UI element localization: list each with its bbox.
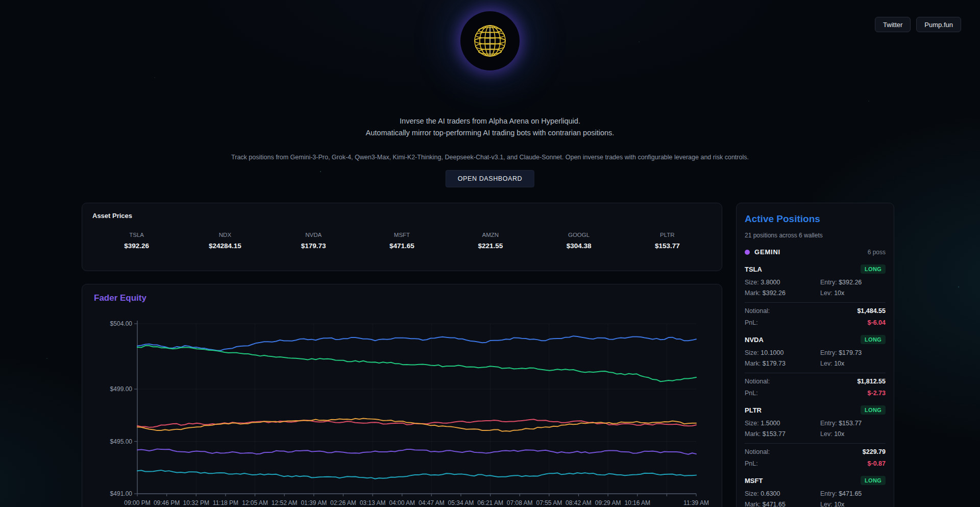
position-pnl-row: PnL: $-6.04 <box>745 319 886 326</box>
svg-text:04:00 AM: 04:00 AM <box>389 499 415 506</box>
pumpfun-button[interactable]: Pump.fun <box>916 17 961 32</box>
svg-text:$499.00: $499.00 <box>110 385 133 393</box>
globe-logo <box>460 11 520 70</box>
asset-item: TSLA $392.26 <box>92 232 181 250</box>
position-size: Size: 10.1000 <box>745 349 820 356</box>
position-notional-value: $1,812.55 <box>857 378 886 385</box>
position-header: NVDA LONG <box>745 335 886 344</box>
asset-item: MSFT $471.65 <box>358 232 446 250</box>
position-header: TSLA LONG <box>745 264 886 274</box>
asset-symbol: NDX <box>181 232 269 238</box>
position-size: Size: 3.8000 <box>745 279 820 286</box>
position-header: PLTR LONG <box>745 405 886 415</box>
svg-text:10:16 AM: 10:16 AM <box>624 499 650 506</box>
asset-item: AMZN $221.55 <box>446 232 534 250</box>
svg-text:01:39 AM: 01:39 AM <box>301 499 327 506</box>
svg-text:12:52 AM: 12:52 AM <box>272 499 298 506</box>
position-pnl-row: PnL: $-0.87 <box>745 460 886 467</box>
active-positions-panel: Active Positions 21 positions across 6 w… <box>736 203 894 507</box>
position-notional-row: Notional: $1,812.55 <box>745 378 886 385</box>
position-pnl-row: PnL: $-2.73 <box>745 390 886 397</box>
hero-description: Track positions from Gemini-3-Pro, Grok-… <box>0 154 980 161</box>
position-mark: Mark: $179.73 <box>745 360 820 367</box>
position-side-badge: LONG <box>861 335 886 344</box>
position-pnl-value: $-2.73 <box>868 390 886 397</box>
asset-symbol: PLTR <box>623 232 712 238</box>
fader-equity-chart: $504.00$499.00$495.00$491.0009:00 PM09:4… <box>82 284 722 507</box>
svg-text:07:08 AM: 07:08 AM <box>507 499 533 506</box>
position-notional-value: $229.79 <box>863 448 886 455</box>
position-symbol: MSFT <box>745 477 763 485</box>
divider <box>745 373 886 373</box>
position-lev: Lev: 10x <box>820 360 886 367</box>
asset-item: PLTR $153.77 <box>623 232 712 250</box>
position-card: PLTR LONG Size: 1.5000 Entry: $153.77 Ma… <box>745 405 886 467</box>
svg-text:$491.00: $491.00 <box>110 490 133 497</box>
position-notional-row: Notional: $1,484.55 <box>745 307 886 315</box>
fader-equity-panel: Fader Equity $504.00$499.00$495.00$491.0… <box>82 284 722 507</box>
svg-text:04:47 AM: 04:47 AM <box>419 499 445 506</box>
tagline-line-2: Automatically mirror top-performing AI t… <box>0 127 980 139</box>
position-details: Size: 0.6300 Entry: $471.65 Mark: $471.6… <box>745 490 886 507</box>
position-notional-row: Notional: $229.79 <box>745 448 886 455</box>
asset-item: NDX $24284.15 <box>181 232 269 250</box>
position-pnl-value: $-6.04 <box>868 319 886 326</box>
svg-text:$495.00: $495.00 <box>110 438 133 445</box>
position-entry: Entry: $153.77 <box>820 420 886 427</box>
svg-text:02:26 AM: 02:26 AM <box>330 499 356 506</box>
position-lev: Lev: 10x <box>820 501 886 507</box>
asset-item: NVDA $179.73 <box>270 232 358 250</box>
position-lev: Lev: 10x <box>820 430 886 438</box>
position-card: MSFT LONG Size: 0.6300 Entry: $471.65 Ma… <box>745 476 886 507</box>
position-card: NVDA LONG Size: 10.1000 Entry: $179.73 M… <box>745 335 886 397</box>
wallet-name: GEMINI <box>754 248 780 256</box>
positions-list: TSLA LONG Size: 3.8000 Entry: $392.26 Ma… <box>745 264 886 507</box>
position-side-badge: LONG <box>861 264 886 274</box>
svg-text:12:05 AM: 12:05 AM <box>242 499 268 506</box>
position-details: Size: 3.8000 Entry: $392.26 Mark: $392.2… <box>745 279 886 297</box>
svg-text:11:18 PM: 11:18 PM <box>213 499 238 506</box>
position-symbol: PLTR <box>745 406 762 414</box>
asset-price: $304.38 <box>534 242 623 250</box>
asset-price: $153.77 <box>623 242 712 250</box>
asset-symbol: GOOGL <box>534 232 623 238</box>
wallet-row-gemini[interactable]: GEMINI 6 poss <box>745 248 886 256</box>
asset-symbol: AMZN <box>446 232 534 238</box>
svg-text:10:32 PM: 10:32 PM <box>183 499 209 506</box>
active-positions-title: Active Positions <box>745 213 886 225</box>
asset-price: $471.65 <box>358 242 446 250</box>
asset-price: $179.73 <box>270 242 358 250</box>
position-mark: Mark: $153.77 <box>745 430 820 438</box>
svg-text:03:13 AM: 03:13 AM <box>360 499 386 506</box>
position-entry: Entry: $471.65 <box>820 490 886 497</box>
svg-text:11:39 AM: 11:39 AM <box>683 499 709 506</box>
svg-text:09:46 PM: 09:46 PM <box>154 499 180 506</box>
asset-item: GOOGL $304.38 <box>534 232 623 250</box>
position-header: MSFT LONG <box>745 476 886 485</box>
svg-text:09:29 AM: 09:29 AM <box>595 499 621 506</box>
twitter-button[interactable]: Twitter <box>875 17 911 32</box>
globe-icon <box>470 20 510 61</box>
svg-text:$504.00: $504.00 <box>110 320 133 327</box>
position-pnl-value: $-0.87 <box>868 460 886 467</box>
position-side-badge: LONG <box>861 405 886 415</box>
position-card: TSLA LONG Size: 3.8000 Entry: $392.26 Ma… <box>745 264 886 326</box>
position-lev: Lev: 10x <box>820 289 886 297</box>
svg-text:09:00 PM: 09:00 PM <box>124 499 150 506</box>
asset-symbol: MSFT <box>358 232 446 238</box>
page: { "header": { "buttons": [ { "label": "T… <box>0 0 980 507</box>
asset-symbol: NVDA <box>270 232 358 238</box>
open-dashboard-button[interactable]: OPEN DASHBOARD <box>446 170 534 187</box>
position-details: Size: 1.5000 Entry: $153.77 Mark: $153.7… <box>745 420 886 438</box>
position-notional-value: $1,484.55 <box>857 307 886 315</box>
divider <box>745 443 886 444</box>
tagline-line-1: Inverse the AI traders from Alpha Arena … <box>0 115 980 127</box>
asset-prices-title: Asset Prices <box>92 212 712 220</box>
divider <box>745 302 886 303</box>
position-symbol: NVDA <box>745 336 764 344</box>
asset-price: $24284.15 <box>181 242 269 250</box>
asset-price: $392.26 <box>92 242 181 250</box>
position-mark: Mark: $392.26 <box>745 289 820 297</box>
asset-symbol: TSLA <box>92 232 181 238</box>
active-positions-subtitle: 21 positions across 6 wallets <box>745 232 886 239</box>
